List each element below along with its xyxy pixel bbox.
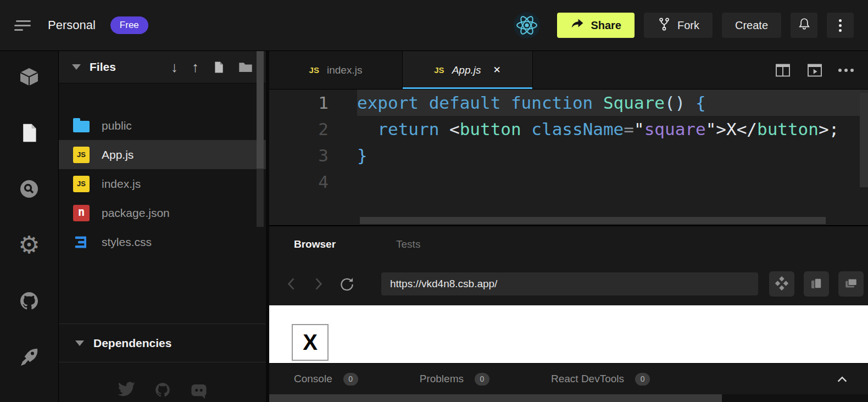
fork-button[interactable]: Fork [644, 13, 713, 38]
line-number: 3 [269, 142, 357, 169]
js-file-icon: JS [73, 147, 90, 163]
refresh-icon[interactable] [336, 274, 356, 294]
file-row-index-js[interactable]: JS index.js [59, 169, 266, 198]
bell-icon [797, 16, 811, 35]
file-label: styles.css [102, 236, 152, 249]
problems-tab[interactable]: Problems 0 [420, 373, 489, 386]
preview-menu-button[interactable] [769, 271, 794, 297]
js-file-icon: JS [73, 176, 90, 192]
main-area: JS index.js JS App.js ✕ [266, 51, 868, 402]
dependencies-header[interactable]: Dependencies [59, 323, 266, 362]
panel-bottom-scrollbar[interactable] [269, 394, 868, 402]
github-icon[interactable] [154, 381, 171, 402]
file-row-public[interactable]: public [59, 111, 266, 140]
editor-more-icon[interactable] [838, 69, 854, 72]
menu-icon[interactable] [14, 18, 33, 34]
file-label: App.js [102, 148, 133, 161]
react-devtools-tab[interactable]: React DevTools 0 [551, 373, 650, 386]
open-in-new-window-button[interactable] [838, 271, 864, 297]
files-panel: Files ↓ ↑ public JS App.js [59, 51, 266, 402]
code-lines: 1export default function Square() {2 ret… [269, 90, 868, 195]
more-menu-button[interactable] [827, 13, 854, 38]
dependencies-title: Dependencies [93, 337, 171, 350]
browser-panel: Browser Tests [269, 225, 868, 402]
fork-icon [657, 16, 671, 35]
file-row-package-json[interactable]: n package.json [59, 198, 266, 227]
tab-index-js[interactable]: JS index.js [269, 51, 403, 89]
react-devtools-label: React DevTools [551, 373, 624, 385]
back-icon[interactable] [281, 274, 301, 294]
forward-icon[interactable] [309, 274, 329, 294]
settings-icon[interactable]: ⚙ [18, 234, 40, 256]
devtools-button[interactable] [804, 271, 829, 297]
new-file-icon[interactable] [213, 60, 225, 74]
devtools-bar: Console 0 Problems 0 React DevTools 0 [269, 363, 868, 394]
workspace-name[interactable]: Personal [48, 18, 96, 32]
twitter-icon[interactable] [117, 381, 136, 402]
js-file-icon: JS [309, 65, 319, 75]
npm-file-icon: n [73, 205, 90, 221]
download-icon[interactable]: ↓ [171, 60, 178, 74]
plan-badge: Free [110, 16, 148, 34]
tab-browser[interactable]: Browser [294, 238, 336, 250]
search-icon[interactable] [18, 178, 40, 200]
browser-preview: X [269, 305, 868, 363]
problems-count-badge: 0 [475, 373, 489, 386]
files-scrollbar[interactable] [257, 51, 264, 227]
split-editor-icon[interactable] [775, 63, 791, 78]
top-bar: Personal Free Share [0, 0, 868, 51]
chevron-up-icon[interactable] [836, 375, 848, 383]
tab-tests[interactable]: Tests [396, 238, 420, 250]
code-line[interactable]: 4 [269, 169, 868, 195]
line-number: 4 [269, 169, 357, 195]
files-title: Files [90, 60, 116, 74]
notifications-button[interactable] [791, 13, 817, 38]
rocket-icon[interactable] [18, 346, 40, 368]
editor-tab-bar: JS index.js JS App.js ✕ [269, 51, 868, 90]
file-label: index.js [102, 177, 141, 191]
tab-label: index.js [327, 64, 362, 76]
create-button[interactable]: Create [722, 13, 781, 38]
vertical-scrollbar[interactable] [860, 93, 868, 187]
url-input[interactable] [381, 272, 758, 295]
file-explorer-icon[interactable] [18, 122, 40, 144]
close-icon[interactable]: ✕ [493, 64, 500, 76]
code-line[interactable]: 1export default function Square() { [269, 90, 868, 116]
file-row-app-js[interactable]: JS App.js [59, 140, 266, 169]
kebab-menu-icon [839, 19, 842, 32]
tab-app-js[interactable]: JS App.js ✕ [403, 51, 533, 89]
devices-icon [808, 275, 825, 293]
console-tab[interactable]: Console 0 [294, 373, 358, 386]
problems-label: Problems [420, 373, 464, 385]
console-label: Console [294, 373, 332, 385]
css-file-icon [73, 234, 90, 250]
preview-tab-bar: Browser Tests [269, 226, 868, 263]
github-icon[interactable] [18, 290, 40, 312]
console-count-badge: 0 [343, 373, 358, 386]
chevron-down-icon[interactable] [72, 64, 81, 70]
share-button[interactable]: Share [557, 13, 635, 38]
social-links [59, 362, 266, 402]
upload-icon[interactable]: ↑ [192, 60, 199, 74]
js-file-icon: JS [434, 65, 444, 75]
code-line[interactable]: 3} [269, 142, 868, 169]
folder-icon [73, 118, 90, 134]
diamonds-icon [774, 275, 790, 293]
share-icon [570, 18, 585, 34]
activity-bar: ⚙ [0, 51, 59, 402]
code-editor[interactable]: 1export default function Square() {2 ret… [269, 90, 868, 225]
preview-square-button[interactable]: X [292, 324, 329, 361]
react-logo-icon [514, 12, 540, 38]
file-label: public [102, 119, 132, 132]
open-preview-icon[interactable] [806, 63, 823, 78]
horizontal-scrollbar[interactable] [360, 217, 826, 224]
chevron-down-icon [75, 340, 84, 346]
editor: JS index.js JS App.js ✕ [269, 51, 868, 225]
line-number: 2 [269, 116, 357, 142]
new-folder-icon[interactable] [238, 61, 253, 73]
cube-icon[interactable] [18, 66, 40, 88]
file-row-styles-css[interactable]: styles.css [59, 227, 266, 256]
discord-icon[interactable] [190, 381, 208, 402]
code-line[interactable]: 2 return <button className="square">X</b… [269, 116, 868, 142]
file-tree: public JS App.js JS index.js n package.j… [59, 111, 266, 256]
